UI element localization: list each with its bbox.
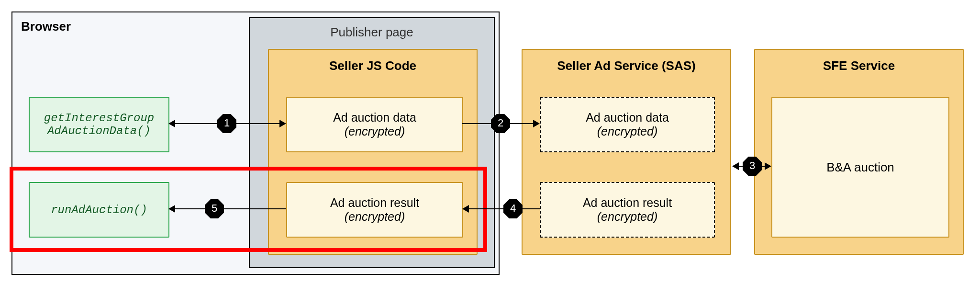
sas-data-card: Ad auction data (encrypted) bbox=[540, 97, 715, 152]
seller-js-result-card: Ad auction result (encrypted) bbox=[286, 182, 463, 238]
api-run-ad-auction: runAdAuction() bbox=[29, 182, 169, 238]
seller-js-data-line2: (encrypted) bbox=[345, 125, 405, 138]
step-badge-1: 1 bbox=[217, 114, 236, 133]
connector-1-arrow-left bbox=[168, 120, 175, 127]
sas-data-line2: (encrypted) bbox=[597, 125, 657, 138]
connector-3-arrow-right bbox=[765, 162, 771, 170]
step-badge-5: 5 bbox=[205, 199, 224, 218]
sas-title: Seller Ad Service (SAS) bbox=[523, 58, 730, 73]
connector-4-arrow-left bbox=[462, 205, 469, 213]
step-badge-3: 3 bbox=[743, 157, 762, 176]
seller-js-data-line1: Ad auction data bbox=[333, 111, 416, 125]
diagram-canvas: Browser Publisher page Seller JS Code Ad… bbox=[0, 0, 980, 285]
sfe-title: SFE Service bbox=[755, 58, 963, 73]
seller-js-result-line1: Ad auction result bbox=[330, 196, 419, 210]
step-badge-4: 4 bbox=[503, 199, 523, 218]
connector-1-arrow-right bbox=[279, 120, 286, 127]
sas-data-line1: Ad auction data bbox=[586, 111, 669, 125]
publisher-title: Publisher page bbox=[250, 25, 494, 40]
seller-js-title: Seller JS Code bbox=[269, 58, 477, 73]
sas-result-line1: Ad auction result bbox=[583, 196, 672, 210]
connector-5 bbox=[174, 208, 286, 209]
connector-5-arrow-left bbox=[168, 205, 175, 213]
sfe-auction-label: B&A auction bbox=[826, 160, 894, 175]
api-get-line1: getInterestGroup bbox=[44, 112, 154, 125]
api-run-line1: runAdAuction() bbox=[51, 204, 147, 217]
step-badge-2: 2 bbox=[491, 114, 510, 133]
connector-3-arrow-left bbox=[732, 162, 739, 170]
browser-title: Browser bbox=[21, 19, 71, 34]
sfe-auction-card: B&A auction bbox=[771, 97, 949, 238]
api-get-interest-group: getInterestGroup AdAuctionData() bbox=[29, 97, 169, 152]
sas-result-card: Ad auction result (encrypted) bbox=[540, 182, 715, 238]
connector-2-arrow-right bbox=[533, 120, 540, 127]
sas-result-line2: (encrypted) bbox=[597, 210, 657, 224]
api-get-line2: AdAuctionData() bbox=[47, 125, 151, 137]
seller-js-data-card: Ad auction data (encrypted) bbox=[286, 97, 463, 152]
seller-js-result-line2: (encrypted) bbox=[345, 210, 405, 224]
